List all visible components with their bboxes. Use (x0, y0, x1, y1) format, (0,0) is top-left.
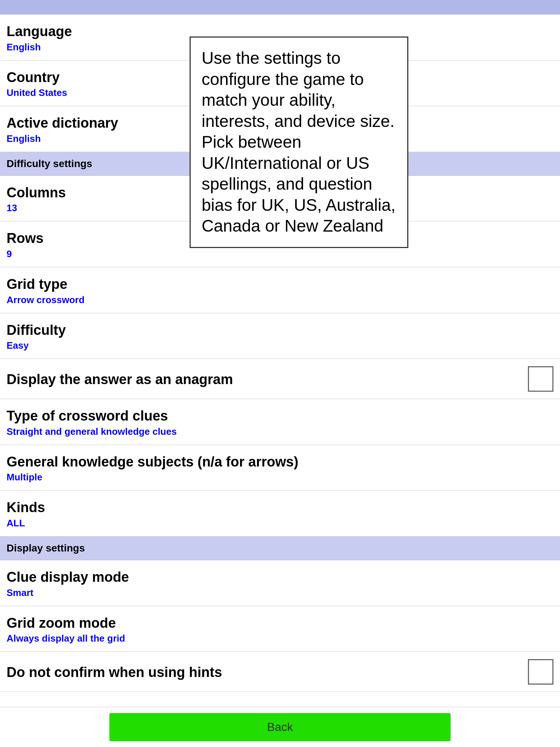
setting-label-kinds: Kinds (7, 499, 553, 516)
setting-value-gk-subjects: Multiple (7, 472, 553, 483)
setting-label-no-confirm-hints: Do not confirm when using hints (7, 664, 553, 681)
setting-value-rows: 9 (7, 248, 553, 260)
top-bar (0, 0, 560, 15)
setting-label-clue-type: Type of crossword clues (7, 408, 553, 425)
setting-value-kinds: ALL (7, 518, 553, 529)
setting-item-display-anagram[interactable]: Display the answer as an anagram (0, 359, 560, 399)
setting-item-gk-subjects[interactable]: General knowledge subjects (n/a for arro… (0, 445, 560, 491)
setting-item-grid-zoom[interactable]: Grid zoom mode Always display all the gr… (0, 606, 560, 652)
section-header-display: Display settings (0, 537, 560, 560)
tooltip-box: Use the settings to configure the game t… (190, 36, 408, 248)
setting-value-grid-zoom: Always display all the grid (7, 633, 553, 644)
back-button[interactable]: Back (109, 713, 451, 741)
setting-item-grid-type[interactable]: Grid type Arrow crossword (0, 267, 560, 313)
setting-value-grid-type: Arrow crossword (7, 294, 553, 306)
setting-label-display-anagram: Display the answer as an anagram (7, 371, 553, 388)
setting-label-grid-type: Grid type (7, 276, 553, 293)
setting-item-kinds[interactable]: Kinds ALL (0, 491, 560, 537)
setting-value-clue-type: Straight and general knowledge clues (7, 426, 553, 437)
setting-value-clue-display: Smart (7, 587, 553, 599)
setting-item-language[interactable]: Language English Use the settings to con… (0, 15, 560, 61)
back-bar: Back (0, 707, 560, 747)
setting-item-clue-display[interactable]: Clue display mode Smart (0, 560, 560, 606)
checkbox-display-anagram[interactable] (528, 366, 553, 392)
setting-label-grid-zoom: Grid zoom mode (7, 615, 553, 632)
setting-item-no-confirm-hints[interactable]: Do not confirm when using hints (0, 652, 560, 692)
checkbox-no-confirm-hints[interactable] (528, 659, 553, 685)
settings-list: Language English Use the settings to con… (0, 15, 560, 692)
setting-item-difficulty[interactable]: Difficulty Easy (0, 313, 560, 359)
setting-label-gk-subjects: General knowledge subjects (n/a for arro… (7, 454, 553, 471)
setting-label-clue-display: Clue display mode (7, 569, 553, 586)
setting-value-difficulty: Easy (7, 340, 553, 351)
setting-label-difficulty: Difficulty (7, 322, 553, 339)
setting-item-clue-type[interactable]: Type of crossword clues Straight and gen… (0, 399, 560, 445)
